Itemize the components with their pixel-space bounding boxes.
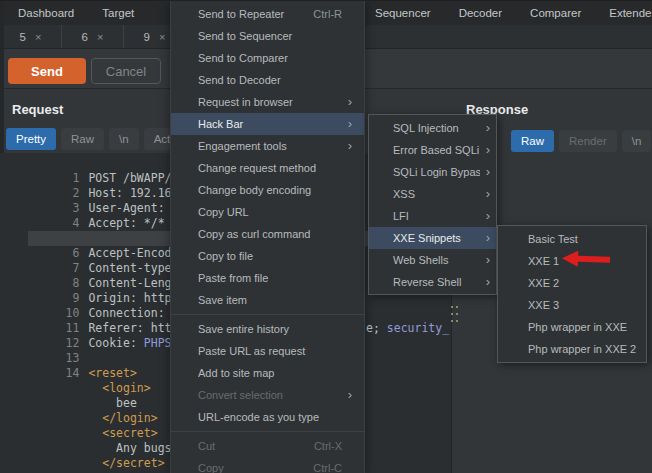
submenu-item[interactable]: XXE 3 [498, 294, 646, 316]
chevron-right-icon: › [480, 271, 490, 293]
shortcut-label: Ctrl-X [314, 440, 342, 452]
chevron-right-icon: › [480, 183, 490, 205]
menu-item[interactable]: Send to Decoder [171, 69, 364, 91]
submenu-item[interactable]: XXE 2 [498, 272, 646, 294]
menu-item[interactable]: Save item [171, 289, 364, 311]
menu-item[interactable]: Hack Bar › [171, 113, 364, 135]
view-tab[interactable]: \n [109, 128, 139, 150]
tool-tab[interactable]: Sequencer [361, 1, 445, 25]
submenu-item[interactable]: Php wrapper in XXE [498, 316, 646, 338]
tool-tab[interactable]: Decoder [445, 1, 516, 25]
chevron-right-icon: › [342, 135, 352, 157]
submenu-item[interactable]: XSS › [369, 183, 496, 205]
chevron-right-icon: › [480, 161, 490, 183]
submenu-item[interactable]: LFI › [369, 205, 496, 227]
tool-tabs-left: DashboardTarget [4, 1, 148, 25]
cancel-button[interactable]: Cancel [91, 58, 161, 84]
chevron-right-icon: › [480, 227, 490, 249]
tool-tab[interactable]: Comparer [516, 1, 595, 25]
menu-item[interactable]: Copy as curl command [171, 223, 364, 245]
xxe-snippets-submenu: Basic Test XXE 1 XXE 2 XXE 3 Php wrapper… [497, 225, 647, 363]
view-tab[interactable]: Render [559, 130, 617, 152]
close-icon[interactable]: × [97, 31, 103, 43]
context-menu: Send to Repeater Ctrl-R Send to Sequence… [170, 1, 365, 473]
menu-item[interactable]: Send to Sequencer [171, 25, 364, 47]
menu-item[interactable]: Copy Ctrl-C [171, 457, 364, 473]
chevron-right-icon: › [342, 113, 352, 135]
submenu-item[interactable]: Error Based SQLi › [369, 139, 496, 161]
menu-item[interactable]: Convert selection › [171, 384, 364, 406]
submenu-item[interactable]: SQLi Login Bypass › [369, 161, 496, 183]
tool-tab[interactable]: Target [88, 1, 148, 25]
chevron-right-icon: › [480, 117, 490, 139]
menu-item[interactable]: Add to site map [171, 362, 364, 384]
shortcut-label: Ctrl-C [313, 462, 342, 473]
menu-item[interactable]: Engagement tools › [171, 135, 364, 157]
menu-item[interactable]: Copy to file [171, 245, 364, 267]
menu-item[interactable]: Cut Ctrl-X [171, 435, 364, 457]
splitter-grip-icon[interactable] [451, 306, 458, 322]
request-panel-title: Request [12, 102, 63, 117]
menu-item[interactable]: Send to Comparer [171, 47, 364, 69]
cookie-line-overflow: e; security_ [366, 321, 449, 336]
tool-tabs-right: SequencerDecoderComparerExtender [361, 1, 652, 25]
response-view-tabs: RawRender\nActions [511, 130, 652, 152]
shortcut-label: Ctrl-R [313, 8, 342, 20]
submenu-item[interactable]: Reverse Shell › [369, 271, 496, 293]
chevron-right-icon: › [480, 249, 490, 271]
menu-item[interactable]: Save entire history [171, 318, 364, 340]
repeater-tab[interactable]: 5 × [0, 25, 62, 48]
menu-item[interactable]: Paste URL as request [171, 340, 364, 362]
menu-item[interactable]: Copy URL [171, 201, 364, 223]
hackbar-submenu: SQL Injection › Error Based SQLi › SQLi … [368, 114, 497, 295]
view-tab[interactable]: Raw [511, 130, 554, 152]
submenu-item[interactable]: XXE Snippets › [369, 227, 496, 249]
menu-item[interactable]: Send to Repeater Ctrl-R [171, 3, 364, 25]
submenu-item[interactable]: SQL Injection › [369, 117, 496, 139]
submenu-item[interactable]: Web Shells › [369, 249, 496, 271]
menu-item[interactable]: Change request method [171, 157, 364, 179]
chevron-right-icon: › [480, 139, 490, 161]
menu-item[interactable]: URL-encode as you type [171, 406, 364, 428]
burp-suite-window: DashboardTarget SequencerDecoderComparer… [0, 0, 652, 473]
chevron-right-icon: › [342, 91, 352, 113]
repeater-tab[interactable]: 6 × [62, 25, 124, 48]
repeater-tabs: 5 × 6 × 9 × [0, 25, 186, 48]
chevron-right-icon: › [342, 384, 352, 406]
tool-tab[interactable]: Dashboard [4, 1, 88, 25]
tool-tab[interactable]: Extender [595, 1, 652, 25]
close-icon[interactable]: × [159, 31, 165, 43]
view-tab[interactable]: \n [622, 130, 652, 152]
chevron-right-icon: › [480, 205, 490, 227]
menu-item[interactable]: Paste from file [171, 267, 364, 289]
menu-item[interactable]: Change body encoding [171, 179, 364, 201]
close-icon[interactable]: × [35, 31, 41, 43]
annotation-arrow-icon [558, 247, 615, 271]
view-tab[interactable]: Raw [61, 128, 104, 150]
view-tab[interactable]: Pretty [6, 128, 56, 150]
window-left-edge [0, 1, 4, 153]
submenu-item[interactable]: Php wrapper in XXE 2 [498, 338, 646, 360]
send-button[interactable]: Send [8, 58, 86, 84]
menu-item[interactable]: Request in browser › [171, 91, 364, 113]
